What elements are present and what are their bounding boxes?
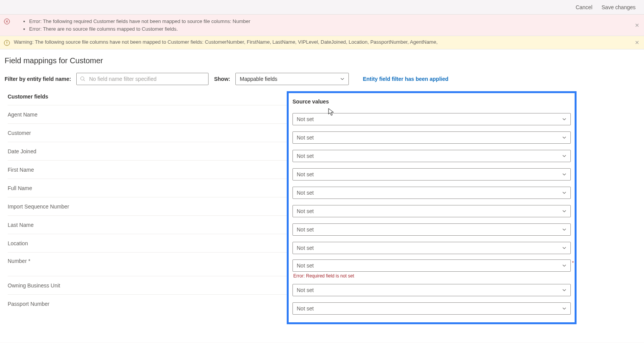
source-value-row-required: Not set * Error: Required field is not s… bbox=[292, 257, 571, 281]
source-value-row: Not set bbox=[292, 147, 571, 165]
chevron-down-icon bbox=[562, 306, 567, 311]
save-changes-button[interactable]: Save changes bbox=[599, 3, 638, 12]
chevron-down-icon bbox=[562, 288, 567, 292]
error-alert-item: Error: The following required Customer f… bbox=[29, 18, 640, 25]
source-value-row: Not set bbox=[292, 128, 571, 147]
source-value-select[interactable]: Not set bbox=[292, 302, 571, 315]
filter-applied-message: Entity field filter has been applied bbox=[363, 76, 448, 82]
field-label: Full Name bbox=[8, 179, 287, 197]
error-alert-body: Error: The following required Customer f… bbox=[14, 18, 640, 33]
source-value-row: Not set bbox=[292, 165, 571, 184]
field-label: Date Joined bbox=[8, 142, 287, 160]
mapping-columns: Customer fields Agent Name Customer Date… bbox=[5, 91, 639, 324]
source-value-select[interactable]: Not set bbox=[292, 223, 571, 236]
filter-row: Filter by entity field name: Show: Mappa… bbox=[5, 73, 639, 85]
chevron-down-icon bbox=[562, 172, 567, 177]
field-label: Passport Number bbox=[8, 294, 287, 313]
chevron-down-icon bbox=[562, 135, 567, 140]
source-value-row: Not set bbox=[292, 110, 571, 128]
chevron-down-icon bbox=[562, 190, 567, 195]
source-value-text: Not set bbox=[297, 135, 314, 141]
source-value-row: Not set bbox=[292, 299, 571, 318]
source-value-row: Not set bbox=[292, 184, 571, 202]
svg-rect-4 bbox=[7, 41, 7, 43]
field-label: Last Name bbox=[8, 215, 287, 234]
field-label: Import Sequence Number bbox=[8, 197, 287, 215]
source-value-text: Not set bbox=[297, 287, 314, 293]
show-label: Show: bbox=[214, 76, 230, 82]
source-value-select[interactable]: Not set bbox=[292, 259, 571, 272]
svg-point-6 bbox=[81, 77, 84, 80]
source-value-text: Not set bbox=[297, 171, 314, 177]
close-icon[interactable]: ✕ bbox=[634, 39, 640, 46]
warning-alert: Warning: The following source file colum… bbox=[0, 36, 644, 49]
error-alert: Error: The following required Customer f… bbox=[0, 15, 644, 36]
source-value-row: Not set bbox=[292, 281, 571, 299]
filter-label: Filter by entity field name: bbox=[5, 76, 71, 82]
source-value-text: Not set bbox=[297, 190, 314, 196]
source-value-text: Not set bbox=[297, 245, 314, 251]
field-label-required: Number * bbox=[8, 252, 287, 276]
chevron-down-icon bbox=[562, 227, 567, 232]
source-value-text: Not set bbox=[297, 263, 314, 269]
source-value-text: Not set bbox=[297, 305, 314, 312]
source-value-row: Not set bbox=[292, 220, 571, 239]
top-action-bar: Cancel Save changes bbox=[0, 0, 644, 15]
required-marker-icon: * bbox=[572, 260, 574, 266]
source-value-select[interactable]: Not set bbox=[292, 242, 571, 254]
field-label: Owning Business Unit bbox=[8, 276, 287, 294]
source-value-select[interactable]: Not set bbox=[292, 205, 571, 217]
customer-fields-column: Customer fields Agent Name Customer Date… bbox=[5, 91, 287, 313]
source-value-select[interactable]: Not set bbox=[292, 113, 571, 125]
source-values-column: Source values Not set Not set Not set bbox=[287, 91, 577, 324]
source-value-select[interactable]: Not set bbox=[292, 150, 571, 162]
warning-alert-text: Warning: The following source file colum… bbox=[14, 39, 438, 45]
chevron-down-icon bbox=[562, 263, 567, 268]
source-value-select[interactable]: Not set bbox=[292, 284, 571, 296]
source-value-text: Not set bbox=[297, 116, 314, 122]
chevron-down-icon bbox=[562, 154, 567, 158]
svg-rect-5 bbox=[7, 44, 7, 44]
chevron-down-icon bbox=[562, 246, 567, 250]
source-value-select[interactable]: Not set bbox=[292, 131, 571, 144]
source-value-select[interactable]: Not set bbox=[292, 187, 571, 199]
source-value-text: Not set bbox=[297, 226, 314, 233]
source-value-row: Not set bbox=[292, 202, 571, 220]
source-value-text: Not set bbox=[297, 208, 314, 214]
field-label: Agent Name bbox=[8, 105, 287, 123]
chevron-down-icon bbox=[562, 117, 567, 121]
close-icon[interactable]: ✕ bbox=[634, 22, 640, 28]
show-filter-value: Mappable fields bbox=[240, 76, 277, 82]
search-input-wrap bbox=[76, 73, 209, 85]
filter-by-name-input[interactable] bbox=[76, 73, 209, 85]
content-area: Field mappings for Customer Filter by en… bbox=[0, 49, 644, 343]
field-label: First Name bbox=[8, 160, 287, 179]
svg-line-7 bbox=[84, 80, 85, 81]
chevron-down-icon bbox=[562, 209, 567, 213]
cancel-button[interactable]: Cancel bbox=[573, 3, 595, 12]
page-title: Field mappings for Customer bbox=[5, 56, 639, 65]
warning-circle-icon bbox=[4, 40, 10, 46]
warning-alert-body: Warning: The following source file colum… bbox=[14, 39, 640, 45]
search-icon bbox=[80, 76, 85, 82]
error-circle-icon bbox=[4, 18, 10, 25]
source-values-header: Source values bbox=[292, 96, 571, 110]
show-filter-select[interactable]: Mappable fields bbox=[235, 73, 349, 85]
chevron-down-icon bbox=[340, 77, 345, 81]
field-label: Customer bbox=[8, 123, 287, 142]
field-error-text: Error: Required field is not set bbox=[292, 273, 571, 279]
source-value-row: Not set bbox=[292, 239, 571, 257]
customer-fields-header: Customer fields bbox=[8, 91, 287, 105]
error-alert-item: Error: There are no source file columns … bbox=[29, 25, 640, 33]
source-value-select[interactable]: Not set bbox=[292, 168, 571, 181]
source-value-text: Not set bbox=[297, 153, 314, 159]
field-label: Location bbox=[8, 234, 287, 252]
